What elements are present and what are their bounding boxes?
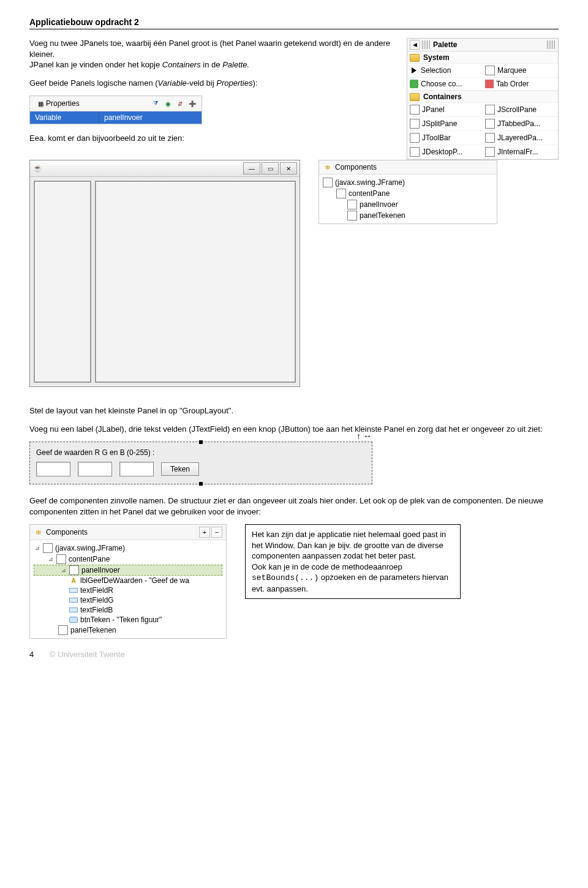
toggle-icon[interactable]: ⇵ — [175, 98, 186, 109]
palette-item-jtabbedpane[interactable]: JTabbedPa... — [483, 117, 558, 131]
container-icon — [410, 133, 420, 143]
components-panel-2: ፨ Components + − ⊿(javax.swing.JFrame) ⊿… — [29, 524, 227, 639]
marquee-icon — [485, 66, 495, 75]
minimize-button[interactable]: — — [243, 162, 260, 175]
node-label: (javax.swing.JFrame) — [55, 544, 125, 552]
page-header: Applicatiebouw opdracht 2 — [29, 17, 559, 29]
palette-item-jdesktoppane[interactable]: JDesktopP... — [407, 145, 483, 159]
container-icon — [485, 105, 495, 115]
expander-icon[interactable]: ⊿ — [60, 567, 67, 573]
close-button[interactable]: ✕ — [280, 162, 297, 175]
add-icon[interactable]: ➕ — [187, 98, 198, 109]
panel-icon — [336, 189, 346, 198]
tree-node-panelinvoer[interactable]: ⊿panelInvoer — [34, 565, 222, 576]
grip-icon — [422, 40, 431, 49]
text: Variable — [158, 78, 187, 88]
palette-title: Palette — [431, 40, 547, 49]
goto-icon[interactable]: ◉ — [162, 98, 173, 109]
container-icon — [485, 147, 495, 157]
node-label: textFieldB — [80, 606, 113, 614]
palette-folder-system[interactable]: System — [407, 51, 558, 64]
panel-invoer-preview[interactable] — [34, 181, 91, 383]
textfield-r[interactable] — [36, 462, 70, 476]
panel-icon — [69, 565, 79, 575]
palette-folder-containers[interactable]: Containers — [407, 91, 558, 103]
scroll-left-icon[interactable]: ◀ — [410, 40, 420, 50]
textfield-icon — [69, 586, 78, 595]
container-icon — [485, 119, 495, 129]
maximize-button[interactable]: ▭ — [262, 162, 279, 175]
property-row-variable[interactable]: Variable panelInvoer — [30, 111, 202, 124]
item-label: JTabbedPa... — [497, 119, 540, 128]
tree-node-lblgeefdewaarden[interactable]: AlblGeefDeWaarden - "Geef de wa — [34, 576, 222, 585]
paragraph-intro: Voeg nu twee JPanels toe, waarbij één Pa… — [29, 38, 399, 70]
cursor-icon — [410, 66, 418, 75]
expander-icon[interactable]: ⊿ — [34, 545, 40, 551]
tree-node-jframe[interactable]: (javax.swing.JFrame) — [323, 177, 493, 188]
components-panel-1: ፨ Components (javax.swing.JFrame) conten… — [318, 160, 497, 224]
button-teken[interactable]: Teken — [161, 462, 199, 476]
tree-node-contentpane[interactable]: ⊿contentPane — [34, 554, 222, 565]
palette-item-taborder[interactable]: Tab Order — [483, 78, 558, 91]
tree-node-textfieldg[interactable]: textFieldG — [34, 595, 222, 605]
properties-title: Properties — [46, 99, 80, 108]
note-text: Ook kan je in de code de methodeaanroep — [252, 562, 402, 571]
item-label: JInternalFr... — [497, 148, 538, 156]
tree-node-textfieldr[interactable]: textFieldR — [34, 585, 222, 595]
paragraph-names2: Geef de componenten zinvolle namen. De s… — [29, 495, 559, 517]
container-icon — [485, 133, 495, 143]
text: Geef beide Panels logische namen ( — [29, 78, 158, 88]
components-title: Components — [335, 163, 377, 171]
textfield-g[interactable] — [78, 462, 112, 476]
table-icon: ▦ — [35, 98, 46, 109]
expander-icon[interactable]: ⊿ — [47, 556, 54, 562]
item-label: Choose co... — [421, 80, 462, 88]
tree-node-btnteken[interactable]: btnTeken - "Teken figuur" — [34, 615, 222, 625]
text: JPanel kan je vinden onder het kopje — [29, 60, 162, 69]
item-label: JLayeredPa... — [497, 134, 543, 142]
palette-item-jsplitpane[interactable]: JSplitPane — [407, 117, 483, 131]
panel-icon — [56, 554, 66, 564]
text: in de — [201, 60, 222, 69]
input-panel-preview[interactable]: ↑ ↔ Geef de waarden R G en B (0-255) : T… — [29, 442, 372, 484]
palette-item-jscrollpane[interactable]: JScrollPane — [483, 103, 558, 117]
palette-item-marquee[interactable]: Marquee — [483, 64, 558, 78]
property-value[interactable]: panelInvoer — [99, 111, 202, 124]
paragraph-addcomponents: Voeg nu een label (JLabel), drie tekst v… — [29, 424, 559, 435]
item-label: Selection — [421, 66, 451, 75]
tree-node-textfieldb[interactable]: textFieldB — [34, 605, 222, 615]
frame-icon — [323, 178, 333, 187]
palette-item-jinternalframe[interactable]: JInternalFr... — [483, 145, 558, 159]
palette-item-jlayeredpane[interactable]: JLayeredPa... — [483, 131, 558, 145]
label-icon: A — [69, 576, 78, 585]
panel-icon — [347, 211, 357, 220]
choose-icon — [410, 80, 418, 88]
tree-node-paneltekenen[interactable]: panelTekenen — [34, 625, 222, 636]
palette-item-jtoolbar[interactable]: JToolBar — [407, 131, 483, 145]
palette-item-choose[interactable]: Choose co... — [407, 78, 483, 91]
panel-icon — [347, 200, 357, 209]
tree-node-contentpane[interactable]: contentPane — [323, 188, 493, 199]
folder-icon — [410, 93, 420, 101]
node-label: panelTekenen — [360, 211, 405, 220]
palette-item-jpanel[interactable]: JPanel — [407, 103, 483, 117]
note-box: Het kan zijn dat je applicatie niet hele… — [245, 524, 461, 599]
item-label: JScrollPane — [497, 105, 537, 114]
collapse-all-button[interactable]: − — [211, 527, 222, 538]
filter-icon[interactable]: ⧩ — [150, 98, 161, 109]
node-label: textFieldG — [80, 596, 114, 604]
components-icon: ፨ — [34, 527, 43, 537]
palette-panel: ◀ Palette System Selection Marquee Choos… — [407, 38, 559, 160]
palette-item-selection[interactable]: Selection — [407, 64, 483, 78]
tree-node-panelinvoer[interactable]: panelInvoer — [323, 199, 493, 210]
components-icon: ፨ — [323, 162, 333, 172]
property-key: Variable — [30, 111, 99, 124]
expand-all-button[interactable]: + — [199, 527, 210, 538]
note-text: Het kan zijn dat je applicatie niet hele… — [252, 530, 446, 560]
paragraph-names: Geef beide Panels logische namen (Variab… — [29, 78, 399, 89]
tree-node-paneltekenen[interactable]: panelTekenen — [323, 210, 493, 221]
panel-tekenen-preview[interactable] — [95, 181, 296, 383]
textfield-b[interactable] — [119, 462, 154, 476]
note-code: setBounds(...) — [252, 573, 318, 582]
tree-node-jframe[interactable]: ⊿(javax.swing.JFrame) — [34, 543, 222, 554]
